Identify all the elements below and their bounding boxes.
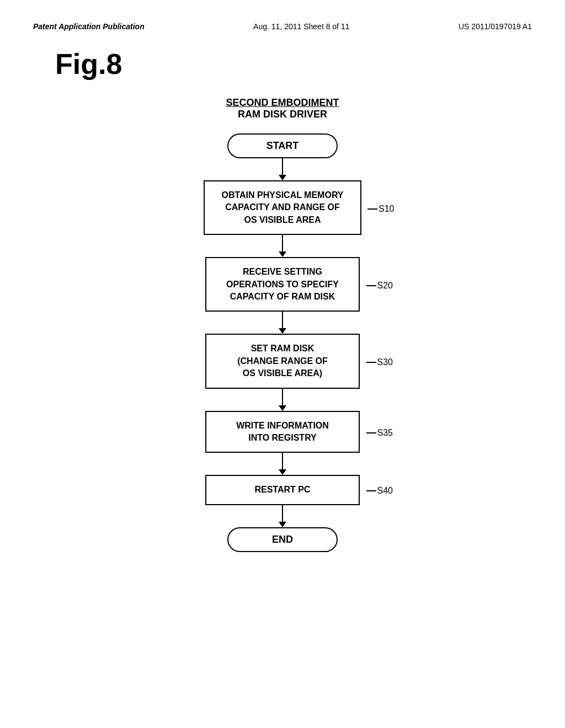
step-label-s40: S40	[366, 484, 393, 496]
section-heading: SECOND EMBODIMENT RAM DISK DRIVER	[226, 97, 339, 120]
arrow-head-2	[279, 251, 286, 257]
step-label-s20: S20	[366, 279, 393, 291]
header-patent-number: US 2011/0197019 A1	[459, 22, 532, 31]
arrow-6	[279, 505, 286, 527]
arrow-4	[279, 389, 286, 411]
arrow-head-6	[279, 522, 286, 527]
arrow-head-4	[279, 405, 286, 411]
header-publication-label: Patent Application Publication	[33, 22, 145, 31]
arrow-line-6	[282, 505, 283, 522]
node-start: START	[227, 133, 338, 158]
figure-title: Fig.8	[55, 47, 532, 81]
step-label-s30: S30	[366, 355, 393, 367]
section-title-main: SECOND EMBODIMENT	[226, 97, 339, 109]
arrow-head-3	[279, 328, 286, 334]
arrow-line-4	[282, 389, 283, 405]
arrow-2	[279, 235, 286, 257]
node-s30: SET RAM DISK(CHANGE RANGE OFOS VISIBLE A…	[205, 334, 360, 388]
node-s10: OBTAIN PHYSICAL MEMORYCAPACITY AND RANGE…	[204, 180, 361, 235]
node-s30-wrapper: SET RAM DISK(CHANGE RANGE OFOS VISIBLE A…	[205, 334, 360, 388]
diagram-section: SECOND EMBODIMENT RAM DISK DRIVER START …	[33, 97, 532, 552]
node-start-wrapper: START	[227, 133, 338, 158]
header-date-sheet: Aug. 11, 2011 Sheet 8 of 11	[253, 22, 349, 31]
node-end: END	[227, 527, 338, 552]
section-title-sub: RAM DISK DRIVER	[226, 109, 339, 120]
node-s20-wrapper: RECEIVE SETTINGOPERATIONS TO SPECIFYCAPA…	[205, 257, 360, 312]
arrow-line-2	[282, 235, 283, 251]
node-s35: WRITE INFORMATIONINTO REGISTRY	[205, 411, 360, 453]
arrow-head-5	[279, 469, 286, 475]
flowchart: START OBTAIN PHYSICAL MEMORYCAPACITY AND…	[204, 133, 361, 552]
node-end-wrapper: END	[227, 527, 338, 552]
node-s35-wrapper: WRITE INFORMATIONINTO REGISTRY S35	[205, 411, 360, 453]
arrow-head-1	[279, 175, 286, 180]
arrow-5	[279, 453, 286, 475]
page: Patent Application Publication Aug. 11, …	[0, 0, 565, 728]
node-s40-wrapper: RESTART PC S40	[205, 475, 360, 505]
arrow-3	[279, 312, 286, 334]
page-header: Patent Application Publication Aug. 11, …	[33, 22, 532, 31]
arrow-line-1	[282, 158, 283, 175]
node-s10-wrapper: OBTAIN PHYSICAL MEMORYCAPACITY AND RANGE…	[204, 180, 361, 235]
arrow-1	[279, 158, 286, 180]
node-s40: RESTART PC	[205, 475, 360, 505]
step-label-s10: S10	[367, 202, 394, 214]
arrow-line-5	[282, 453, 283, 469]
arrow-line-3	[282, 312, 283, 328]
step-label-s35: S35	[366, 426, 393, 438]
node-s20: RECEIVE SETTINGOPERATIONS TO SPECIFYCAPA…	[205, 257, 360, 312]
